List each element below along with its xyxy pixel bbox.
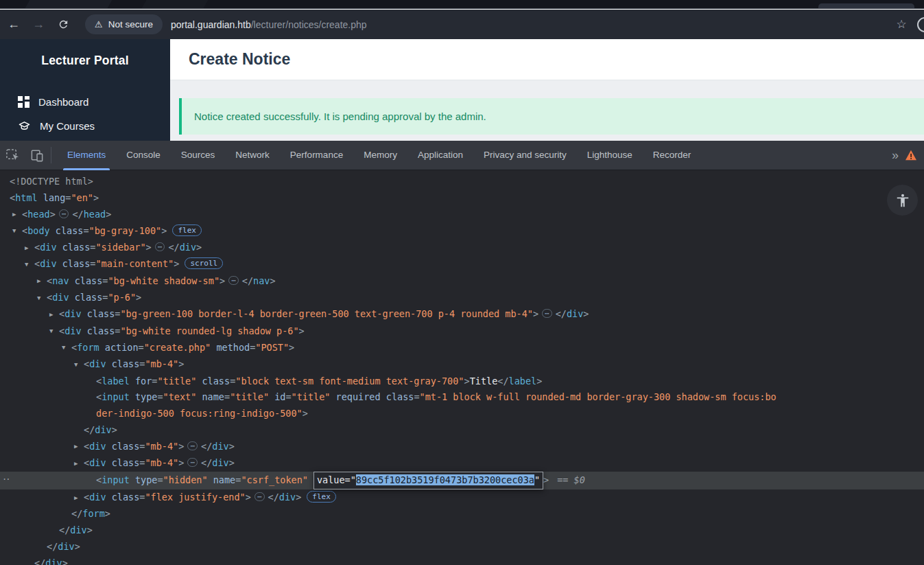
dom-token: > (246, 492, 251, 503)
dom-token: < (59, 308, 64, 319)
dom-token: "bg-gray-100" (89, 225, 162, 236)
inspect-element-button[interactable] (0, 144, 25, 166)
dom-tree-line[interactable]: ▼<div class="mb-4"> (0, 356, 924, 373)
dom-token: "p-6" (108, 292, 136, 303)
dom-token: form (77, 342, 99, 353)
site-info-chip[interactable]: ⚠ Not secure (85, 14, 163, 34)
dom-tree-line[interactable]: </div> (0, 539, 924, 555)
dom-tree-line[interactable]: ▶<div class="bg-green-100 border-l-4 bor… (0, 306, 924, 323)
page-header: Create Notice (170, 39, 924, 80)
dom-token: > (229, 441, 235, 452)
devtools-tab-lighthouse[interactable]: Lighthouse (577, 141, 643, 170)
dom-token: "en" (71, 192, 93, 203)
dom-tree-line[interactable]: ▶<head>⋯</head> (0, 207, 924, 223)
devtools-tab-application[interactable]: Application (407, 141, 473, 170)
devtools-tab-network[interactable]: Network (225, 141, 280, 170)
collapse-arrow-icon[interactable]: ▼ (62, 340, 71, 356)
collapse-arrow-icon[interactable]: ▼ (49, 323, 59, 340)
dom-tree-line[interactable]: <!DOCTYPE html> (0, 174, 924, 190)
devtools-tab-memory[interactable]: Memory (353, 141, 407, 170)
collapse-arrow-icon[interactable]: ▼ (25, 257, 34, 273)
dom-tree-line[interactable]: ▶<div class="sidebar">⋯</div> (0, 240, 924, 256)
bookmark-star-button[interactable]: ☆ (891, 14, 912, 35)
expand-arrow-icon[interactable]: ▶ (12, 207, 22, 223)
devtools-tab-recorder[interactable]: Recorder (643, 141, 702, 170)
more-tabs-button[interactable]: » (884, 148, 905, 163)
expand-ellipsis-button[interactable]: ⋯ (155, 242, 165, 251)
dom-token: lang (38, 192, 66, 203)
dom-token: "block text-sm font-medium text-gray-700… (235, 376, 464, 387)
expand-ellipsis-button[interactable]: ⋯ (228, 276, 239, 285)
forward-button[interactable]: → (27, 14, 49, 36)
tab-strip-decoration (139, 0, 211, 9)
devtools-tab-performance[interactable]: Performance (280, 141, 353, 170)
dom-tree-line[interactable]: ··<input type="hidden" name="csrf_token"… (0, 472, 924, 489)
back-button[interactable]: ← (3, 14, 25, 36)
collapse-arrow-icon[interactable]: ▼ (74, 357, 84, 373)
devtools-tab-console[interactable]: Console (116, 141, 171, 170)
page-title: Create Notice (189, 50, 290, 69)
devtools-tab-sources[interactable]: Sources (171, 141, 226, 170)
reload-button[interactable] (52, 14, 74, 36)
accessibility-overlay-button[interactable] (887, 185, 918, 216)
attribute-value-editor[interactable]: value="89cc5f102b3519f0473b7b3200cec03a" (313, 472, 543, 489)
dom-tree-line[interactable]: ▼<form action="create.php" method="POST"… (0, 340, 924, 356)
dom-token: "text" (163, 391, 197, 402)
device-toolbar-toggle-button[interactable] (25, 144, 49, 166)
expand-ellipsis-button[interactable]: ⋯ (187, 441, 198, 450)
dom-tree-line[interactable]: ▶<div class="flex justify-end">⋯</div>fl… (0, 489, 924, 506)
dom-tree-line[interactable]: <label for="title" class="block text-sm … (0, 373, 924, 390)
expand-ellipsis-button[interactable]: ⋯ (59, 209, 69, 218)
address-bar-url[interactable]: portal.guardian.htb/lecturer/notices/cre… (171, 19, 367, 30)
dom-token: div (40, 242, 56, 253)
dom-token: </ (84, 424, 95, 435)
dom-tree-line[interactable]: </div> (0, 522, 924, 539)
dom-token: < (10, 192, 15, 203)
collapse-arrow-icon[interactable]: ▼ (37, 290, 47, 307)
flex-badge[interactable]: flex (307, 491, 336, 503)
dom-tree-line[interactable]: ▶<div class="mb-4">⋯</div> (0, 455, 924, 472)
dom-token: > (93, 192, 99, 203)
expand-arrow-icon[interactable]: ▶ (74, 439, 84, 455)
dom-token: = (285, 391, 291, 402)
dom-token: class (69, 292, 103, 303)
dom-tree-line[interactable]: ▼<body class="bg-gray-100">flex (0, 223, 924, 240)
dom-tree-line[interactable]: ▼<div class="bg-white rounded-lg shadow … (0, 323, 924, 340)
dom-tree-line[interactable]: <html lang="en"> (0, 190, 924, 207)
expand-arrow-icon[interactable]: ▶ (74, 490, 84, 507)
dom-token: < (34, 242, 40, 253)
devtools-tab-privacy-and-security[interactable]: Privacy and security (473, 141, 577, 170)
dom-token: </ (242, 275, 253, 286)
dom-tree-line[interactable]: </div> (0, 555, 924, 565)
issues-warning-button[interactable] (905, 150, 917, 161)
dom-token: input (102, 391, 130, 402)
dom-tree-line[interactable]: </form> (0, 506, 924, 522)
dom-tree-line[interactable]: ▼<div class="p-6"> (0, 290, 924, 306)
expand-arrow-icon[interactable]: ▶ (74, 456, 84, 472)
dom-tree-line[interactable]: ▶<nav class="bg-white shadow-sm">⋯</nav> (0, 273, 924, 290)
expand-ellipsis-button[interactable]: ⋯ (187, 458, 198, 467)
dom-token: > (87, 524, 93, 535)
collapse-arrow-icon[interactable]: ▼ (12, 223, 22, 240)
dom-token: > (62, 557, 68, 565)
dom-tree-line[interactable]: ▶<div class="mb-4">⋯</div> (0, 439, 924, 455)
sidebar-item-dashboard[interactable]: Dashboard (0, 90, 170, 114)
sidebar-item-my-courses[interactable]: My Courses (0, 114, 170, 138)
dom-tree-line[interactable]: <input type="text" name="title" id="titl… (0, 389, 924, 406)
dom-token: html (15, 192, 38, 203)
expand-arrow-icon[interactable]: ▶ (49, 307, 59, 323)
dom-tree-line[interactable]: </div> (0, 422, 924, 439)
page-viewport: Lecturer Portal Dashboard (0, 39, 924, 141)
scroll-badge[interactable]: scroll (185, 257, 223, 269)
dom-tree-line[interactable]: ▼<div class="main-content">scroll (0, 256, 924, 273)
expand-arrow-icon[interactable]: ▶ (37, 273, 47, 290)
dom-tree-line[interactable]: der-indigo-500 focus:ring-indigo-500"> (0, 406, 924, 422)
flex-badge[interactable]: flex (172, 224, 202, 236)
expand-arrow-icon[interactable]: ▶ (25, 240, 34, 257)
devtools-tab-elements[interactable]: Elements (57, 141, 116, 170)
dom-token: div (52, 292, 69, 303)
expand-ellipsis-button[interactable]: ⋯ (542, 309, 552, 318)
expand-ellipsis-button[interactable]: ⋯ (254, 492, 265, 501)
profile-icon[interactable] (917, 17, 924, 32)
dom-token: < (96, 391, 102, 402)
